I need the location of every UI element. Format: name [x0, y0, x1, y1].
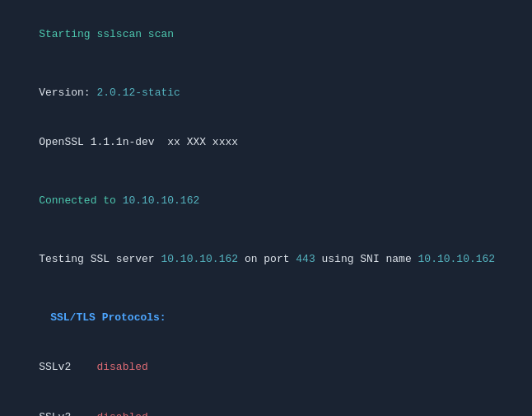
blank-line [13, 226, 519, 234]
protocol-sslv3: SSLv3 disabled [13, 393, 519, 416]
terminal-output: Starting sslscan scan Version: 2.0.12-st… [13, 10, 519, 416]
ssl-protocols-section: SSL/TLS Protocols: [13, 293, 519, 343]
line-starting: Starting sslscan scan [13, 10, 519, 59]
blank-line [13, 59, 519, 68]
line-openssl: OpenSSL 1.1.1n-dev xx XXX xxxx [13, 118, 519, 167]
protocol-sslv2: SSLv2 disabled [13, 343, 519, 392]
blank-line [13, 284, 519, 292]
line-testing: Testing SSL server 10.10.10.162 on port … [13, 235, 519, 284]
line-connected: Connected to 10.10.10.162 [13, 176, 519, 226]
blank-line [13, 168, 519, 176]
line-version: Version: 2.0.12-static [13, 68, 519, 118]
